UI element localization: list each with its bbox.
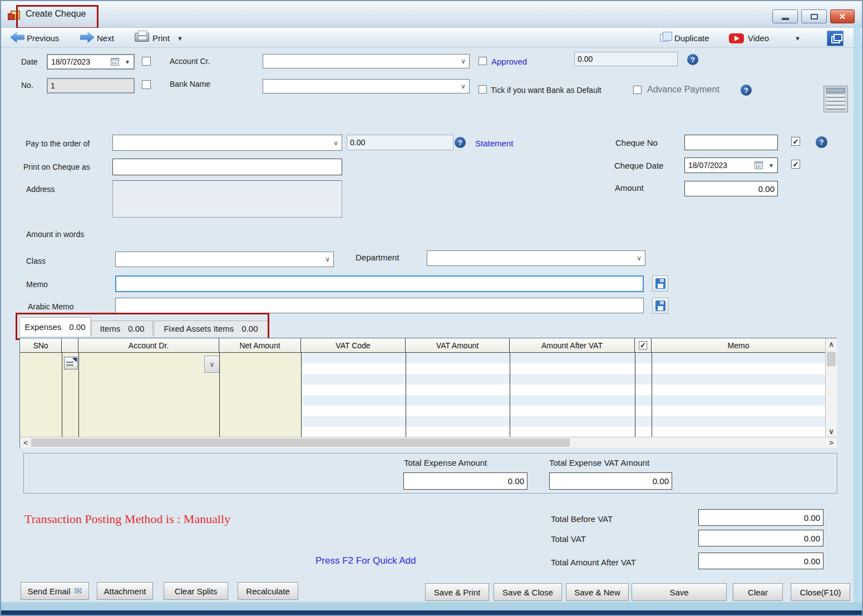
minimize-button[interactable] <box>772 9 798 23</box>
grid-gridline <box>652 353 652 437</box>
grid-row[interactable] <box>301 363 825 374</box>
bank-name-combobox[interactable]: ∨ <box>263 79 470 93</box>
close-f10-button[interactable]: Close(F10) <box>791 583 850 601</box>
memo-field[interactable] <box>115 275 644 292</box>
grid-header-net-amount[interactable]: Net Amount <box>219 338 301 352</box>
cheque-date-caret-icon[interactable]: ▼ <box>768 162 774 169</box>
save-print-button[interactable]: Save & Print <box>425 583 489 601</box>
grid-row[interactable] <box>301 385 825 395</box>
pay-to-caret-icon[interactable]: ∨ <box>333 139 338 147</box>
pay-to-combobox[interactable]: ∨ <box>112 135 342 151</box>
date-field[interactable]: 18/07/2023 ▼ <box>47 54 135 70</box>
pay-to-help-icon[interactable]: ? <box>455 137 466 148</box>
account-cr-combobox[interactable]: ∨ <box>263 54 470 68</box>
next-button[interactable]: Next <box>97 33 114 43</box>
grid-header-vat-amount[interactable]: VAT Amount <box>406 338 510 352</box>
grid-header-vat-code[interactable]: VAT Code <box>301 338 406 352</box>
row-selector-icon[interactable] <box>64 357 78 369</box>
approved-help-icon[interactable]: ? <box>687 54 698 65</box>
approved-checkbox[interactable] <box>479 57 487 65</box>
scroll-right-icon[interactable]: > <box>827 437 836 448</box>
clear-button[interactable]: Clear <box>733 583 783 601</box>
grid-header-checkbox[interactable]: ✓ <box>639 341 647 349</box>
grid-vertical-scrollbar[interactable]: ∧ ∨ <box>825 338 837 437</box>
maximize-icon <box>811 14 818 19</box>
pay-to-label: Pay to the order of <box>26 139 90 148</box>
arabic-memo-input[interactable] <box>116 298 643 313</box>
clear-splits-button[interactable]: Clear Splits <box>164 582 228 600</box>
maximize-button[interactable] <box>801 9 827 23</box>
grid-header-sno[interactable]: SNo <box>20 338 62 352</box>
account-cr-caret-icon[interactable]: ∨ <box>461 57 466 65</box>
cheque-no-input[interactable] <box>685 135 777 150</box>
save-new-button[interactable]: Save & New <box>566 583 629 601</box>
bank-default-checkbox[interactable] <box>479 85 487 93</box>
grid-header-account-dr[interactable]: Account Dr. <box>78 338 219 352</box>
grid-header-selector[interactable] <box>62 338 78 352</box>
no-checkbox[interactable] <box>142 80 151 89</box>
grid-row[interactable] <box>301 416 825 427</box>
send-email-button[interactable]: Send Email ✉ <box>21 582 89 600</box>
grid-row[interactable] <box>301 427 825 437</box>
cheque-date-checkbox[interactable]: ✓ <box>791 160 800 169</box>
video-icon <box>729 33 744 43</box>
save-button[interactable]: Save <box>632 583 727 601</box>
advance-payment-checkbox[interactable] <box>633 86 642 94</box>
grid-row[interactable] <box>301 374 825 385</box>
grid-row[interactable] <box>301 406 825 416</box>
date-checkbox[interactable] <box>142 57 151 66</box>
scroll-up-icon[interactable]: ∧ <box>826 339 837 348</box>
grid-row[interactable] <box>301 395 825 406</box>
scroll-down-icon[interactable]: ∨ <box>826 427 837 436</box>
grid-horizontal-scrollbar[interactable]: < > <box>20 437 837 448</box>
recalculate-button[interactable]: Recalculate <box>238 582 298 600</box>
total-after-vat-label: Total Amount After VAT <box>551 558 636 567</box>
grid-header-checkbox-column[interactable]: ✓ <box>635 338 652 352</box>
class-caret-icon[interactable]: ∨ <box>325 255 330 263</box>
account-dr-cell-dropdown[interactable]: ∨ <box>204 356 220 373</box>
memo-input[interactable] <box>116 277 643 291</box>
arabic-memo-save-button[interactable] <box>652 298 668 314</box>
close-button[interactable]: ✕ <box>830 9 855 23</box>
tab-expenses[interactable]: Expenses 0.00 <box>19 317 91 336</box>
grid-gridline <box>62 353 62 437</box>
vertical-scroll-thumb[interactable] <box>827 352 836 366</box>
popout-window-button[interactable] <box>827 31 844 46</box>
department-combobox[interactable]: ∨ <box>427 250 645 266</box>
annotation-box-title <box>16 5 98 29</box>
print-dropdown-caret-icon[interactable]: ▼ <box>177 35 183 42</box>
amount-value[interactable] <box>685 181 777 196</box>
previous-button[interactable]: Previous <box>27 33 59 43</box>
save-close-button[interactable]: Save & Close <box>494 583 562 601</box>
print-button[interactable]: Print <box>152 33 170 43</box>
advance-payment-help-icon[interactable]: ? <box>741 85 752 96</box>
memo-save-button[interactable] <box>652 275 668 292</box>
class-combobox[interactable]: ∨ <box>115 252 334 267</box>
cheque-date-field[interactable]: 18/07/2023 ▼ <box>684 157 778 173</box>
print-on-cheque-field[interactable] <box>112 159 342 175</box>
arabic-memo-field[interactable] <box>115 298 644 313</box>
toolbar-dropdown-caret-icon[interactable]: ▼ <box>795 35 801 42</box>
total-expense-amount-value <box>404 473 527 489</box>
grid-header-amount-after-vat[interactable]: Amount After VAT <box>510 338 635 352</box>
department-caret-icon[interactable]: ∨ <box>637 254 642 262</box>
grid-gridline <box>219 353 220 437</box>
scroll-left-icon[interactable]: < <box>21 437 30 448</box>
duplicate-button[interactable]: Duplicate <box>674 33 709 43</box>
cheque-no-checkbox[interactable]: ✓ <box>791 137 800 146</box>
cheque-no-field[interactable] <box>684 135 778 150</box>
amount-field[interactable] <box>684 181 778 196</box>
grid-header-memo[interactable]: Memo <box>652 338 825 352</box>
grid-row[interactable] <box>301 353 825 363</box>
video-button[interactable]: Video <box>748 33 769 43</box>
statement-link[interactable]: Statement <box>475 139 513 148</box>
horizontal-scroll-thumb[interactable] <box>31 438 570 447</box>
bank-name-caret-icon[interactable]: ∨ <box>461 82 466 90</box>
cheque-no-help-icon[interactable]: ? <box>816 136 827 148</box>
date-dropdown-caret-icon[interactable]: ▼ <box>125 59 130 65</box>
attachment-button[interactable]: Attachment <box>97 582 153 600</box>
grid-gridline <box>406 353 406 437</box>
address-textarea[interactable] <box>112 180 342 218</box>
print-on-cheque-input[interactable] <box>113 159 342 175</box>
calculator-icon[interactable] <box>823 86 848 112</box>
